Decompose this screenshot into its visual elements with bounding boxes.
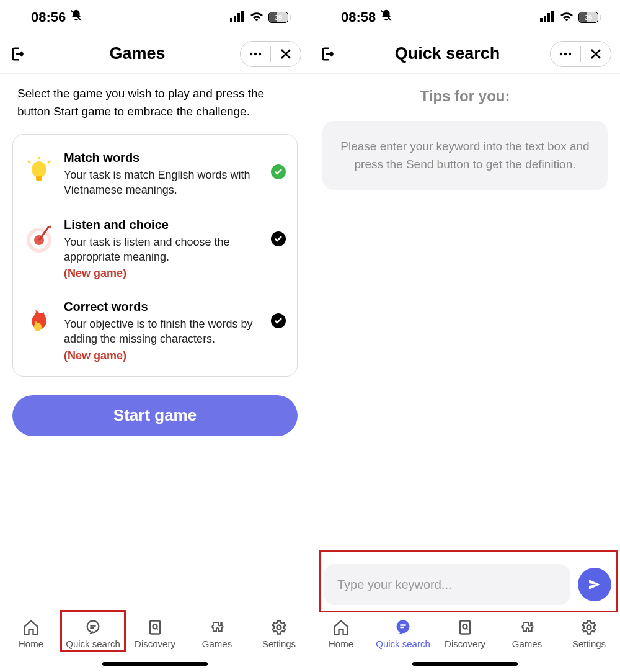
nav-quick-search[interactable]: Quick search (62, 619, 124, 649)
target-icon (22, 222, 56, 256)
send-button[interactable] (578, 568, 611, 601)
tips-box: Please enter your keyword into the text … (322, 121, 608, 190)
svg-point-32 (569, 52, 571, 55)
page-title: Quick search (345, 44, 550, 63)
signal-icon (230, 9, 245, 25)
fire-icon (22, 303, 56, 338)
svg-rect-3 (237, 13, 240, 22)
svg-rect-11 (36, 176, 42, 181)
game-desc: Your objective is to finish the words by… (64, 316, 261, 347)
signal-icon (540, 9, 555, 25)
game-option-correct-words[interactable]: Correct words Your objective is to finis… (13, 289, 297, 371)
instructions-text: Select the game you wish to play and pre… (0, 74, 310, 127)
svg-point-30 (560, 52, 562, 55)
new-game-badge: (New game) (64, 349, 261, 362)
more-button[interactable] (241, 41, 270, 67)
svg-point-31 (564, 52, 567, 55)
svg-rect-36 (460, 621, 470, 634)
nav-games[interactable]: Games (186, 619, 248, 649)
game-title: Listen and choice (64, 218, 261, 232)
nav-quick-search[interactable]: Quick search (372, 619, 434, 649)
header: Games (0, 34, 310, 74)
page-title: Games (35, 44, 240, 63)
keyword-input[interactable] (324, 564, 570, 605)
game-desc: Your task is match English words with Vi… (64, 168, 261, 198)
status-bar: 08:56 39 (0, 0, 310, 34)
svg-point-6 (254, 52, 257, 55)
game-title: Correct words (64, 300, 261, 314)
svg-rect-1 (230, 18, 232, 22)
bulb-icon (22, 155, 56, 189)
header: Quick search (310, 34, 620, 74)
svg-point-7 (259, 52, 261, 55)
svg-point-24 (277, 625, 281, 630)
battery-icon: 39 (268, 12, 291, 23)
svg-rect-26 (540, 18, 542, 22)
bottom-nav: Home Quick search Discovery Games Settin… (310, 614, 620, 672)
check-icon (271, 231, 286, 246)
exit-button[interactable] (9, 45, 35, 63)
screen-games: 08:56 39 Games (0, 0, 310, 672)
tips-title: Tips for you: (310, 87, 620, 105)
svg-rect-28 (547, 13, 550, 22)
more-button[interactable] (551, 41, 580, 67)
wifi-icon (249, 9, 264, 25)
nav-games[interactable]: Games (496, 619, 558, 649)
nav-discovery[interactable]: Discovery (124, 619, 186, 649)
bell-off-icon (379, 9, 393, 26)
svg-point-5 (250, 52, 252, 55)
svg-line-38 (466, 628, 467, 629)
svg-rect-29 (551, 11, 554, 22)
start-game-button[interactable]: Start game (12, 395, 298, 436)
game-desc: Your task is listen and choose the appro… (64, 235, 261, 265)
screen-quick-search: 08:58 39 Quick search (310, 0, 620, 672)
svg-rect-21 (150, 621, 160, 634)
bell-off-icon (69, 9, 83, 26)
bottom-nav: Home Quick search Discovery Games Settin… (0, 614, 310, 672)
game-title: Match words (64, 151, 261, 165)
status-time: 08:56 (31, 9, 66, 25)
svg-rect-4 (241, 11, 244, 22)
check-icon (271, 164, 286, 179)
svg-rect-27 (544, 16, 546, 22)
svg-point-10 (32, 161, 46, 177)
svg-line-23 (156, 628, 157, 629)
svg-line-13 (28, 161, 30, 163)
nav-home[interactable]: Home (0, 619, 62, 649)
input-area (320, 560, 615, 609)
close-button[interactable] (271, 41, 301, 67)
status-time: 08:58 (341, 9, 376, 25)
battery-icon: 39 (578, 12, 601, 23)
check-icon (271, 313, 286, 328)
new-game-badge: (New game) (64, 267, 261, 280)
nav-settings[interactable]: Settings (558, 619, 620, 649)
exit-button[interactable] (319, 45, 345, 63)
nav-home[interactable]: Home (310, 619, 372, 649)
svg-line-14 (48, 161, 50, 163)
nav-discovery[interactable]: Discovery (434, 619, 496, 649)
games-card: Match words Your task is match English w… (12, 134, 298, 377)
nav-settings[interactable]: Settings (248, 619, 310, 649)
svg-marker-19 (49, 225, 51, 229)
wifi-icon (559, 9, 574, 25)
status-bar: 08:58 39 (310, 0, 620, 34)
game-option-match-words[interactable]: Match words Your task is match English w… (13, 140, 297, 207)
svg-point-20 (87, 621, 99, 633)
svg-rect-2 (234, 16, 236, 22)
home-indicator (412, 662, 518, 666)
svg-point-39 (587, 625, 591, 630)
close-button[interactable] (581, 41, 611, 67)
home-indicator (102, 662, 208, 666)
game-option-listen-choice[interactable]: Listen and choice Your task is listen an… (13, 207, 297, 289)
